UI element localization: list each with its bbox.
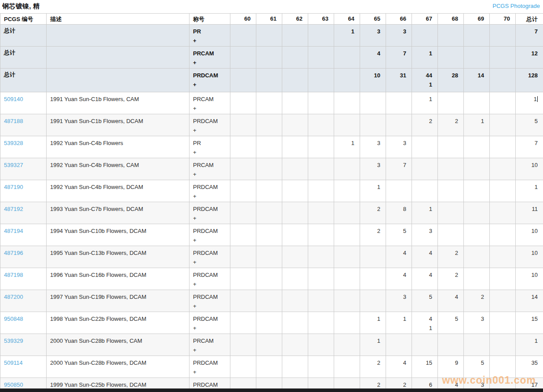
cell-value: 2	[464, 292, 484, 301]
designation: PRCAM	[193, 160, 230, 170]
grade-63-cell	[308, 290, 334, 312]
grade-69-cell	[464, 158, 490, 180]
column-header-grade-68: 68	[438, 14, 464, 25]
coin-description: 1991 Yuan Sun-C1b Flowers, DCAM	[47, 114, 190, 136]
description-cell	[47, 69, 190, 92]
grade-68-cell: 2	[438, 268, 464, 290]
grade-60-cell	[230, 47, 256, 69]
grade-61-cell	[256, 224, 282, 246]
grade-63-cell	[308, 158, 334, 180]
cell-value: 1	[412, 94, 432, 104]
pcgs-number-link[interactable]: 539328	[4, 140, 23, 146]
grade-65-cell: 1	[360, 312, 386, 334]
grade-66-cell: 4	[386, 356, 412, 378]
pcgs-number-link[interactable]: 539329	[4, 338, 23, 344]
pcgs-number-link[interactable]: 487200	[4, 294, 23, 300]
total-cell: 10	[516, 246, 543, 268]
total-value: 5	[535, 118, 538, 124]
table-row: 4871921993 Yuan Sun-C7b Flowers, DCAMPRD…	[0, 202, 543, 224]
table-row: 4871961995 Yuan Sun-C13b Flowers, DCAMPR…	[0, 246, 543, 268]
grade-63-cell	[308, 92, 334, 114]
total-value: 1	[535, 184, 538, 190]
plus-designation: +	[193, 58, 230, 67]
grade-66-cell: 3	[386, 290, 412, 312]
pcgs-number-link[interactable]: 539327	[4, 162, 23, 168]
designation-cell: PRDCAM+	[190, 312, 230, 334]
cell-value: 1	[464, 116, 484, 126]
pcgs-number-link[interactable]: 487194	[4, 228, 23, 234]
grade-68-cell	[438, 202, 464, 224]
designation-cell: PR+	[190, 136, 230, 158]
table-row: 4871881991 Yuan Sun-C1b Flowers, DCAMPRD…	[0, 114, 543, 136]
grade-65-cell: 1	[360, 180, 386, 202]
coin-description: 1998 Yuan Sun-C22b Flowers, DCAM	[47, 312, 190, 334]
total-cell: 12	[516, 47, 543, 69]
designation-cell: PRCAM+	[190, 47, 230, 69]
grade-62-cell	[282, 136, 308, 158]
total-line: 1	[516, 94, 538, 104]
total-cell: 10	[516, 268, 543, 290]
grade-65-cell	[360, 246, 386, 268]
cell-value: 3	[360, 160, 380, 170]
pcgs-photograde-link[interactable]: PCGS Photograde	[492, 3, 540, 9]
column-header-pcgs-number: PCGS 编号	[0, 14, 47, 25]
grade-60-cell	[230, 180, 256, 202]
grade-65-cell: 2	[360, 356, 386, 378]
pcgs-number-link[interactable]: 509140	[4, 96, 23, 102]
grade-63-cell	[308, 114, 334, 136]
column-header-grade-67: 67	[412, 14, 438, 25]
grade-70-cell	[490, 69, 516, 92]
grade-62-cell	[282, 224, 308, 246]
cell-value: 7	[386, 49, 406, 58]
grade-64-cell	[334, 312, 360, 334]
total-value: 14	[532, 294, 538, 300]
coin-description: 1997 Yuan Sun-C19b Flowers, DCAM	[47, 290, 190, 312]
pcgs-number-link[interactable]: 487190	[4, 184, 23, 190]
grade-60-cell	[230, 69, 256, 92]
grade-69-cell: 3	[464, 312, 490, 334]
grade-65-cell	[360, 290, 386, 312]
designation: PRDCAM	[193, 182, 230, 192]
grade-61-cell	[256, 69, 282, 92]
total-cell: 5	[516, 114, 543, 136]
cell-value: 2	[412, 116, 432, 126]
plus-designation: +	[193, 192, 230, 201]
grade-65-cell: 2	[360, 202, 386, 224]
coin-description: 1992 Yuan Sun-C4b Flowers, CAM	[47, 158, 190, 180]
grade-70-cell	[490, 114, 516, 136]
grade-64-cell	[334, 92, 360, 114]
total-cell: 11	[516, 202, 543, 224]
designation-cell: PRDCAM+	[190, 246, 230, 268]
column-header-designation: 称号	[190, 14, 230, 25]
pcgs-number-link[interactable]: 950850	[4, 381, 23, 388]
cell-value: 1	[334, 138, 354, 148]
cell-value: 4	[386, 358, 406, 367]
grade-68-cell: 2	[438, 246, 464, 268]
grade-65-cell	[360, 114, 386, 136]
grade-68-cell: 4	[438, 290, 464, 312]
designation-cell: PRCAM+	[190, 334, 230, 356]
cell-value: 4	[438, 292, 458, 301]
pcgs-number-link[interactable]: 487192	[4, 206, 23, 212]
cell-value: 10	[360, 71, 380, 80]
pcgs-number-link[interactable]: 509114	[4, 359, 22, 366]
summary-label: 总计	[0, 69, 47, 92]
summary-row: 总计PRCAM+47112	[0, 47, 543, 69]
pcgs-number-link[interactable]: 487196	[4, 250, 23, 256]
grade-68-cell: 5	[438, 312, 464, 334]
grade-67-cell	[412, 180, 438, 202]
cell-value: 31	[386, 71, 406, 80]
grade-67-cell: 15	[412, 356, 438, 378]
grade-65-cell: 2	[360, 224, 386, 246]
grade-70-cell	[490, 334, 516, 356]
designation-cell: PR+	[190, 25, 230, 47]
grade-62-cell	[282, 246, 308, 268]
plus-designation: +	[193, 258, 230, 267]
total-cell: 7	[516, 136, 543, 158]
pcgs-number-link[interactable]: 487198	[4, 272, 23, 278]
total-value: 10	[532, 272, 538, 278]
cell-value: 1	[412, 204, 432, 214]
pcgs-number-link[interactable]: 950848	[4, 316, 23, 322]
pcgs-number-link[interactable]: 487188	[4, 118, 23, 124]
grade-68-cell	[438, 180, 464, 202]
